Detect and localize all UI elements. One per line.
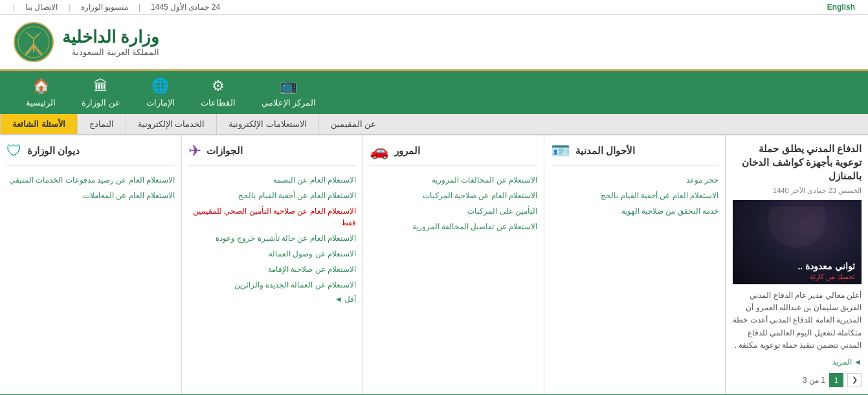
traffic-link-3[interactable]: التأمين على المركبات xyxy=(370,205,537,217)
contact-link[interactable]: الاتصال بنا xyxy=(25,3,58,12)
traffic-link-4[interactable]: الاستعلام عن تفاصيل المخالفة المرورية xyxy=(370,221,537,232)
civil-link-1[interactable]: حجز موعد xyxy=(551,174,718,186)
nav-item-about[interactable]: 🏛 عن الوزارة xyxy=(69,71,133,114)
diwan-link-2[interactable]: الاستعلام العام عن المعاملات xyxy=(6,190,175,201)
news-pagination: ❮ 1 1 من 3 xyxy=(733,373,862,387)
traffic-link-1[interactable]: الاستعلام عن المخالفات المرورية xyxy=(370,174,537,186)
passport-link-3[interactable]: الاستعلام العام عن صلاحية التأمين الصحي … xyxy=(188,205,356,229)
passport-title: الجوازات xyxy=(206,145,243,157)
passport-link-4[interactable]: الاستعلام العام عن حالة تأشيرة خروج وعود… xyxy=(188,232,356,244)
date-label: 24 جمادى الأول 1445 xyxy=(151,3,220,12)
news-more-link[interactable]: ◄ المزيد xyxy=(832,357,862,367)
civil-header: الأحوال المدنية 🪪 xyxy=(551,142,718,166)
nav-emirates-label: الإمارات xyxy=(146,98,175,107)
logo-emblem xyxy=(13,21,54,63)
diwan-header: ديوان الوزارة 🛡 xyxy=(6,142,175,166)
content-wrapper: الدفاع المدني يطلق حملة توعوية بأجهزة كو… xyxy=(0,135,868,394)
top-bar-right: 24 جمادى الأول 1445 | منسوبو الوزارة | ا… xyxy=(13,3,220,12)
diwan-link-1[interactable]: الاستعلام العام عن رصيد مدفوعات الخدمات … xyxy=(6,174,175,186)
passport-link-5[interactable]: الاستعلام عن وصول العمالة xyxy=(188,248,356,260)
news-image: ثواني معدودة .. تحميك من كارثة xyxy=(733,200,862,284)
pagination-label: 1 من 3 xyxy=(803,376,825,385)
logo-area: وزارة الداخلية المملكة العربية السعودية xyxy=(13,21,159,63)
news-title: الدفاع المدني يطلق حملة توعوية بأجهزة كو… xyxy=(733,142,862,183)
nav-item-media[interactable]: 📺 المركز الإعلامي xyxy=(249,71,329,114)
nav-about-label: عن الوزارة xyxy=(82,98,120,107)
logo-subtitle: المملكة العربية السعودية xyxy=(62,47,159,57)
emirates-icon: 🌐 xyxy=(151,78,169,95)
separator3: | xyxy=(13,3,15,12)
media-icon: 📺 xyxy=(280,78,297,95)
sectors-icon: ⚙ xyxy=(212,78,225,95)
news-section: الدفاع المدني يطلق حملة توعوية بأجهزة كو… xyxy=(726,135,868,394)
separator1: | xyxy=(139,3,140,12)
news-body: أعلن معالي مدير عام الدفاع المدني الفريق… xyxy=(733,289,862,352)
passport-link-6[interactable]: الاستعلام عن صلاحية الإقامة xyxy=(188,264,356,275)
subnav-eservices[interactable]: الخدمات الإلكترونية xyxy=(126,114,217,134)
traffic-icon: 🚗 xyxy=(370,142,389,160)
ministry-staff-link[interactable]: منسوبو الوزارة xyxy=(81,3,128,12)
passport-link-2[interactable]: الاستعلام العام عن أحقية القيام بالحج xyxy=(188,190,356,201)
service-col-traffic: المرور 🚗 الاستعلام عن المخالفات المرورية… xyxy=(362,135,544,394)
english-link[interactable]: English xyxy=(827,3,855,12)
page-number[interactable]: 1 xyxy=(829,373,843,387)
passport-link-7[interactable]: الاستعلام عن العمالة الجديدة والزائرين xyxy=(188,279,356,291)
subnav-inquiries[interactable]: الاستعلامات الإلكترونية xyxy=(216,114,318,134)
separator2: | xyxy=(68,3,70,12)
subnav-residents[interactable]: عن المقيمين xyxy=(318,114,388,134)
top-bar: English 24 جمادى الأول 1445 | منسوبو الو… xyxy=(0,0,868,15)
news-image-text2: تحميك من كارثة xyxy=(810,273,855,281)
traffic-title: المرور xyxy=(394,145,420,157)
sub-nav: عن المقيمين الاستعلامات الإلكترونية الخد… xyxy=(0,114,868,135)
top-bar-left: English xyxy=(827,3,855,12)
nav-item-sectors[interactable]: ⚙ القطاعات xyxy=(188,71,249,114)
passport-icon: ✈ xyxy=(188,142,201,160)
home-icon: 🏠 xyxy=(32,78,50,95)
civil-link-3[interactable]: خدمة التحقق من صلاحية الهوية xyxy=(551,205,718,217)
subnav-faq[interactable]: الأسئلة الشائعة xyxy=(0,114,77,134)
diwan-title: ديوان الوزارة xyxy=(27,145,80,157)
nav-item-home[interactable]: 🏠 الرئيسية xyxy=(13,71,69,114)
subnav-forms[interactable]: النماذج xyxy=(77,114,126,134)
nav-home-label: الرئيسية xyxy=(26,98,56,107)
diwan-icon: 🛡 xyxy=(6,142,22,160)
main-nav: 📺 المركز الإعلامي ⚙ القطاعات 🌐 الإمارات … xyxy=(0,71,868,114)
traffic-link-2[interactable]: الاستعلام العام عن صلاحية المركبات xyxy=(370,190,537,201)
services-grid: الأحوال المدنية 🪪 حجز موعد الاستعلام الع… xyxy=(0,135,726,394)
show-less-btn[interactable]: أقل ◄ xyxy=(188,295,356,304)
logo-text: وزارة الداخلية المملكة العربية السعودية xyxy=(62,27,159,57)
civil-link-2[interactable]: الاستعلام العام عن أحقية القيام بالحج xyxy=(551,190,718,201)
nav-sectors-label: القطاعات xyxy=(201,98,236,107)
service-col-civil: الأحوال المدنية 🪪 حجز موعد الاستعلام الع… xyxy=(544,135,725,394)
civil-title: الأحوال المدنية xyxy=(575,145,635,157)
traffic-header: المرور 🚗 xyxy=(370,142,537,166)
prev-page-btn[interactable]: ❮ xyxy=(847,373,862,387)
about-icon: 🏛 xyxy=(94,78,108,95)
service-col-passport: الجوازات ✈ الاستعلام العام عن البصمة الا… xyxy=(181,135,362,394)
header: وزارة الداخلية المملكة العربية السعودية xyxy=(0,15,868,71)
nav-item-emirates[interactable]: 🌐 الإمارات xyxy=(133,71,188,114)
news-image-text1: ثواني معدودة .. xyxy=(797,261,855,271)
passport-header: الجوازات ✈ xyxy=(188,142,356,166)
civil-icon: 🪪 xyxy=(551,142,570,160)
passport-link-1[interactable]: الاستعلام العام عن البصمة xyxy=(188,174,356,186)
nav-media-label: المركز الإعلامي xyxy=(262,98,317,107)
service-col-diwan: ديوان الوزارة 🛡 الاستعلام العام عن رصيد … xyxy=(0,135,181,394)
news-date: الخميس 23 جمادى الآخر 1440 xyxy=(733,186,862,195)
logo-title: وزارة الداخلية xyxy=(62,27,159,47)
